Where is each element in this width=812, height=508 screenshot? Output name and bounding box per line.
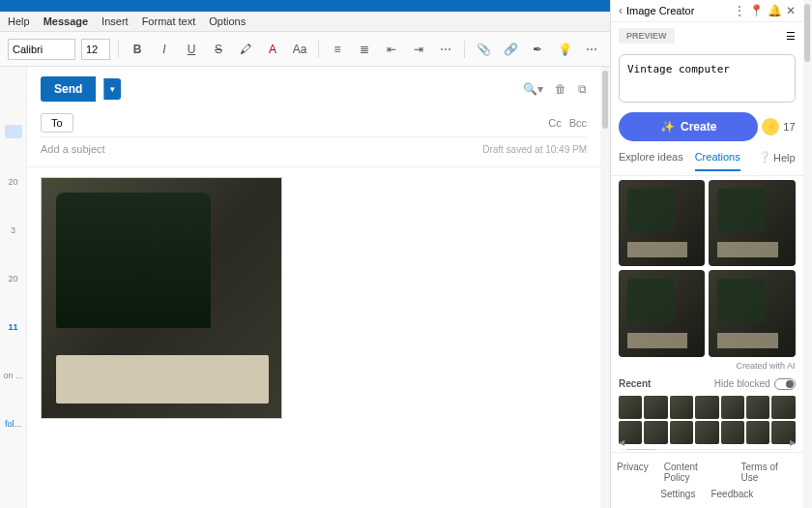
highlight-button[interactable]: 🖍: [235, 39, 256, 60]
bold-button[interactable]: B: [127, 39, 148, 60]
send-dropdown[interactable]: ▾: [103, 78, 121, 100]
close-icon[interactable]: ✕: [786, 4, 796, 17]
panel-scrollbar[interactable]: [803, 0, 812, 508]
to-button[interactable]: To: [41, 113, 73, 133]
compose-scrollbar[interactable]: [600, 67, 610, 508]
content-policy-link[interactable]: Content Policy: [664, 462, 726, 483]
separator: [464, 41, 465, 58]
tab-insert[interactable]: Insert: [102, 15, 129, 27]
terms-link[interactable]: Terms of Use: [740, 462, 797, 483]
recent-thumb[interactable]: [670, 396, 693, 419]
recent-scroll-right[interactable]: ▶: [790, 438, 796, 447]
send-button[interactable]: Send: [41, 76, 96, 102]
recent-thumb[interactable]: [695, 396, 718, 419]
settings-link[interactable]: Settings: [660, 489, 695, 499]
formatting-toolbar: B I U S 🖍 A Aa ≡ ≣ ⇤ ⇥ ⋯ 📎 🔗 ✒ 💡 ⋯: [0, 32, 610, 67]
bullet-list-button[interactable]: ≡: [327, 39, 348, 60]
subject-field[interactable]: Add a subject: [41, 143, 105, 155]
inserted-image[interactable]: [41, 177, 282, 419]
separator: [318, 41, 319, 58]
more-paragraph-button[interactable]: ⋯: [435, 39, 456, 60]
gutter-label: on ...: [3, 371, 22, 380]
more-options-button[interactable]: ⋯: [581, 39, 602, 60]
tab-explore-ideas[interactable]: Explore ideas: [619, 151, 683, 171]
tab-message[interactable]: Message: [44, 15, 88, 27]
clear-format-button[interactable]: Aa: [289, 39, 310, 60]
help-icon: ❔: [758, 151, 771, 167]
outdent-button[interactable]: ⇤: [381, 39, 402, 60]
gutter-count: 11: [8, 322, 17, 332]
strikethrough-button[interactable]: S: [208, 39, 229, 60]
privacy-link[interactable]: Privacy: [617, 462, 649, 483]
notification-icon[interactable]: 🔔: [768, 4, 782, 17]
separator: [118, 41, 119, 58]
recent-thumb[interactable]: [746, 396, 769, 419]
panel-footer: Privacy Content Policy Terms of Use Sett…: [611, 452, 803, 508]
folder-gutter: 20 3 20 11 on ... fol...: [0, 67, 27, 508]
gutter-label: fol...: [5, 419, 21, 429]
font-select[interactable]: [8, 39, 75, 60]
creation-thumb[interactable]: [709, 180, 795, 266]
image-creator-panel: ‹ Image Creator ⋮ 📍 🔔 ✕ PREVIEW ☰ Vintag…: [610, 0, 803, 508]
attach-button[interactable]: 📎: [473, 39, 494, 60]
top-bar: [0, 0, 610, 12]
gutter-count: 20: [8, 274, 17, 284]
zoom-icon[interactable]: 🔍▾: [523, 82, 543, 96]
recent-thumb[interactable]: [644, 396, 667, 419]
back-icon[interactable]: ‹: [619, 4, 623, 17]
hamburger-icon[interactable]: ☰: [786, 30, 796, 43]
recent-thumb[interactable]: [619, 396, 642, 419]
credits-icon: ⚡: [762, 118, 779, 135]
compose-pane: Send ▾ 🔍▾ 🗑 ⧉ To Cc Bcc Add: [27, 67, 600, 508]
hide-blocked-toggle[interactable]: [774, 378, 796, 390]
recent-thumb[interactable]: [721, 396, 744, 419]
tab-format-text[interactable]: Format text: [142, 15, 196, 27]
panel-title: Image Creator: [626, 5, 730, 16]
creation-thumb[interactable]: [709, 270, 795, 356]
italic-button[interactable]: I: [154, 39, 175, 60]
creation-thumb[interactable]: [619, 270, 705, 356]
underline-button[interactable]: U: [181, 39, 202, 60]
creations-grid: [611, 176, 803, 361]
discard-icon[interactable]: 🗑: [555, 82, 566, 96]
font-size-select[interactable]: [81, 39, 110, 60]
feedback-link[interactable]: Feedback: [710, 489, 753, 499]
preview-badge: PREVIEW: [619, 28, 675, 44]
recent-label: Recent: [619, 378, 651, 389]
cc-link[interactable]: Cc: [548, 117, 561, 129]
recent-scrollbar[interactable]: [619, 449, 796, 450]
recent-scroll-left[interactable]: ◀: [619, 438, 624, 447]
draft-saved-label: Draft saved at 10:49 PM: [482, 144, 587, 155]
hide-blocked-label: Hide blocked: [714, 378, 770, 389]
tab-options[interactable]: Options: [209, 15, 246, 27]
sensitivity-button[interactable]: 💡: [554, 39, 575, 60]
tab-creations[interactable]: Creations: [695, 151, 740, 171]
create-button[interactable]: ✨ Create: [619, 112, 758, 141]
number-list-button[interactable]: ≣: [354, 39, 375, 60]
create-label: Create: [681, 120, 716, 134]
recent-thumb[interactable]: [771, 396, 795, 419]
message-body[interactable]: [27, 167, 600, 508]
more-icon[interactable]: ⋮: [734, 4, 745, 17]
popout-icon[interactable]: ⧉: [578, 82, 587, 96]
prompt-input[interactable]: Vintage computer: [619, 54, 796, 103]
gutter-count: 20: [8, 177, 17, 187]
help-link[interactable]: ❔ Help: [758, 151, 796, 171]
font-color-button[interactable]: A: [262, 39, 283, 60]
bcc-link[interactable]: Bcc: [569, 117, 587, 129]
indent-button[interactable]: ⇥: [408, 39, 429, 60]
tab-help[interactable]: Help: [8, 15, 30, 27]
gutter-selected[interactable]: [5, 125, 22, 138]
link-button[interactable]: 🔗: [500, 39, 521, 60]
ribbon-tabs: Help Message Insert Format text Options: [0, 12, 610, 32]
creation-thumb[interactable]: [619, 180, 705, 266]
ai-disclosure: Created with AI: [611, 361, 803, 374]
sparkle-icon: ✨: [660, 120, 675, 134]
credits-count: 17: [783, 121, 795, 133]
pin-icon[interactable]: 📍: [749, 4, 764, 17]
signature-button[interactable]: ✒: [527, 39, 548, 60]
gutter-count: 3: [11, 225, 15, 235]
